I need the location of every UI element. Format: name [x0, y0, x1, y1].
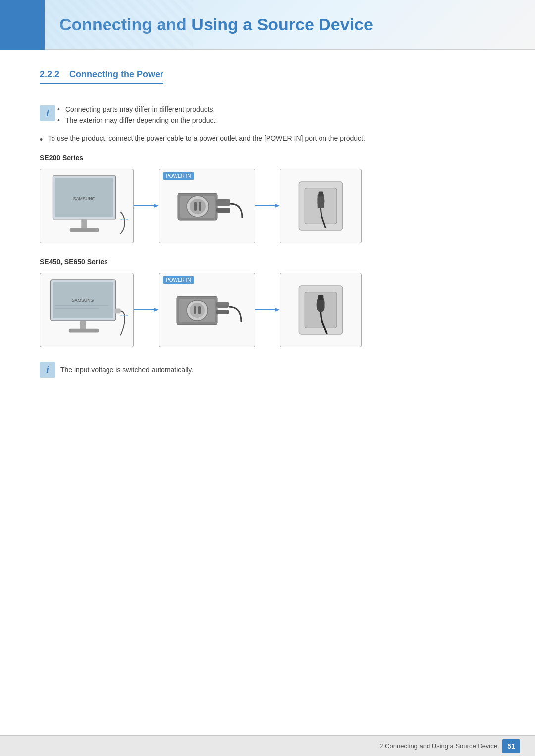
svg-rect-53 [318, 295, 324, 300]
note-list: Connecting parts may differ in different… [55, 105, 495, 124]
se200-monitor-svg: SAMSUNG [45, 173, 129, 239]
note-content: Connecting parts may differ in different… [55, 105, 495, 127]
svg-rect-20 [216, 208, 230, 213]
main-content: 2.2.2 Connecting the Power i Connecting … [0, 50, 535, 407]
svg-marker-12 [154, 204, 159, 208]
bottom-note-icon: i [40, 362, 55, 378]
svg-rect-17 [194, 202, 197, 211]
se450-series-label: SE450, SE650 Series [40, 258, 495, 266]
power-in-label-se200: POWER IN [163, 172, 194, 180]
footer-text: 2 Connecting and Using a Source Device [379, 742, 497, 750]
svg-rect-9 [70, 228, 99, 232]
arrow-4 [255, 305, 280, 315]
chapter-number: 2 [13, 9, 31, 41]
se450-monitor-box: SAMSUNG [40, 273, 134, 347]
svg-rect-32 [55, 308, 99, 309]
se450-outlet-svg [284, 278, 357, 342]
se200-series-label: SE200 Series [40, 154, 495, 162]
se200-monitor-box: SAMSUNG [40, 169, 134, 243]
se200-connector-box: POWER IN [159, 169, 255, 243]
svg-rect-27 [319, 192, 323, 197]
power-in-label-se450: POWER IN [163, 276, 194, 284]
svg-point-16 [190, 199, 206, 214]
section-number: 2.2.2 [40, 69, 59, 79]
svg-marker-22 [275, 204, 280, 208]
section-title: Connecting the Power [69, 69, 163, 79]
se200-diagram: SAMSUNG POWER IN [40, 169, 495, 243]
se450-diagram: SAMSUNG POWER IN [40, 273, 495, 347]
svg-rect-19 [216, 199, 230, 206]
section-heading-container: 2.2.2 Connecting the Power [40, 69, 495, 94]
arrow-2 [255, 201, 280, 211]
svg-text:SAMSUNG: SAMSUNG [72, 298, 94, 302]
bottom-note-text: The input voltage is switched automatica… [60, 366, 193, 374]
main-bullet: • To use the product, connect the power … [40, 134, 495, 144]
chapter-number-box: 2 [0, 0, 45, 50]
svg-rect-35 [115, 309, 121, 314]
footer-page-number: 51 [502, 739, 520, 753]
svg-rect-34 [69, 329, 99, 333]
svg-rect-44 [198, 306, 201, 314]
svg-rect-43 [194, 306, 196, 314]
svg-rect-45 [216, 302, 229, 308]
note-item-2: The exterior may differ depending on the… [55, 116, 495, 124]
svg-rect-46 [216, 310, 229, 314]
se450-connector-box: POWER IN [159, 273, 255, 347]
svg-rect-8 [81, 219, 87, 229]
section-heading: 2.2.2 Connecting the Power [40, 69, 163, 84]
svg-rect-33 [80, 321, 86, 330]
se450-monitor-svg: SAMSUNG [45, 277, 129, 343]
svg-point-42 [190, 303, 205, 318]
svg-marker-48 [275, 308, 280, 312]
note-icon: i [40, 105, 55, 121]
main-bullet-text: To use the product, connect the power ca… [48, 134, 365, 142]
note-block: i Connecting parts may differ in differe… [40, 105, 495, 127]
chapter-title: Connecting and Using a Source Device [59, 15, 373, 34]
svg-rect-18 [199, 202, 201, 211]
header-banner: 2 Connecting and Using a Source Device [0, 0, 535, 50]
se450-outlet-box [280, 273, 362, 347]
svg-text:SAMSUNG: SAMSUNG [73, 196, 96, 201]
bullet-dot: • [40, 135, 43, 144]
se200-connector-svg [163, 173, 247, 238]
se200-outlet-box [280, 169, 362, 243]
svg-rect-31 [55, 305, 108, 306]
bottom-note: i The input voltage is switched automati… [40, 362, 495, 378]
arrow-3 [134, 305, 159, 315]
page-footer: 2 Connecting and Using a Source Device 5… [0, 735, 535, 756]
se200-outlet-svg [284, 174, 357, 238]
arrow-1 [134, 201, 159, 211]
se450-connector-svg [163, 277, 247, 342]
note-item-1: Connecting parts may differ in different… [55, 105, 495, 113]
svg-marker-38 [154, 308, 159, 312]
